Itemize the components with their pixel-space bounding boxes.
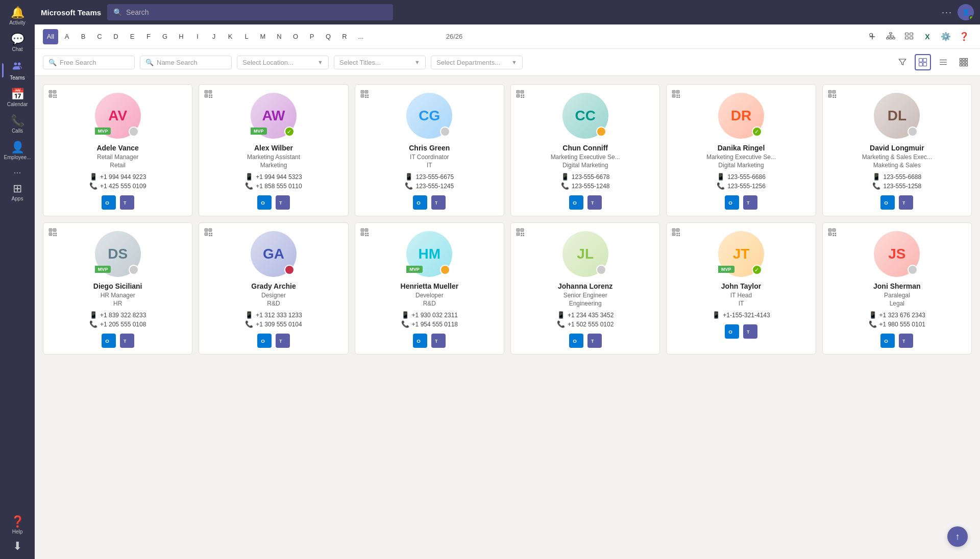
toolbar-excel[interactable]: X [920,29,935,44]
person-card[interactable]: JS Joni Sherman Paralegal Legal 📱 +1 323… [822,222,972,354]
status-indicator: ✓ [752,126,762,137]
alpha-btn-p[interactable]: P [304,29,320,44]
alpha-btn-q[interactable]: Q [321,29,336,44]
person-card[interactable]: HM MVP Henrietta Mueller Developer R&D 📱… [355,222,504,354]
departments-select[interactable]: Select Departments... ▼ [431,56,523,69]
person-card[interactable]: AV MVP Adele Vance Retail Manager Retail… [43,84,192,216]
outlook-button[interactable]: O [257,195,272,210]
sidebar-item-chat[interactable]: 💬 Chat [2,31,33,55]
card-qr-icon[interactable] [672,90,680,99]
alpha-btn-g[interactable]: G [157,29,173,44]
name-search-input[interactable]: 🔍 Name Search [140,56,232,69]
person-card[interactable]: GA Grady Archie Designer R&D 📱 +1 312 33… [199,222,348,354]
card-qr-icon[interactable] [204,228,212,238]
person-card[interactable]: CC Chun Conniff Marketing Executive Se..… [510,84,660,216]
help-icon: ❓ [11,516,24,527]
alpha-btn-b[interactable]: B [76,29,91,44]
person-card[interactable]: DR ✓ Danika Ringel Marketing Executive S… [666,84,816,216]
sidebar-item-help[interactable]: ❓ Help [2,513,33,538]
card-qr-icon[interactable] [516,228,524,238]
toolbar-add-person[interactable] [865,29,880,44]
teams-button[interactable]: T [120,334,134,348]
sidebar-item-calendar[interactable]: 📅 Calendar [2,86,33,110]
teams-button[interactable]: T [899,334,913,348]
card-qr-icon[interactable] [48,90,57,99]
alpha-btn-j[interactable]: J [206,29,222,44]
search-input[interactable] [126,8,387,16]
view-card-icon[interactable] [915,54,931,70]
person-card[interactable]: JT MVP ✓ John Taylor IT Head IT 📱 +1-155… [666,222,816,354]
outlook-button[interactable]: O [102,334,116,348]
view-grid-icon[interactable] [955,54,972,70]
outlook-button[interactable]: O [569,195,583,210]
outlook-button[interactable]: O [102,195,116,210]
sidebar-item-calls[interactable]: 📞 Calls [2,112,33,137]
sidebar-download[interactable]: ⬇ [2,538,33,555]
card-qr-icon[interactable] [360,228,369,238]
teams-button[interactable]: T [120,195,134,210]
card-qr-icon[interactable] [204,90,212,99]
alpha-btn-a[interactable]: A [59,29,75,44]
person-card[interactable]: CG Chris Green IT Coordinator IT 📱 123-5… [355,84,504,216]
card-qr-icon[interactable] [48,228,57,238]
location-select[interactable]: Select Location... ▼ [237,56,329,69]
teams-button[interactable]: T [276,334,290,348]
alpha-btn-all[interactable]: All [43,29,58,44]
person-card[interactable]: DL David Longmuir Marketing & Sales Exec… [822,84,972,216]
outlook-button[interactable]: O [725,324,739,339]
alpha-btn-r[interactable]: R [337,29,352,44]
outlook-button[interactable]: O [725,195,739,210]
teams-button[interactable]: T [743,195,757,210]
teams-button[interactable]: T [431,334,446,348]
outlook-button[interactable]: O [569,334,583,348]
card-qr-icon[interactable] [828,90,836,99]
sidebar-item-activity[interactable]: 🔔 Activity [2,4,33,29]
alpha-btn-c[interactable]: C [92,29,107,44]
topbar-more-button[interactable]: ··· [942,7,952,18]
outlook-button[interactable]: O [880,334,895,348]
user-avatar[interactable]: 👤 [958,4,974,20]
alpha-btn-d[interactable]: D [108,29,124,44]
alpha-btn-f[interactable]: F [141,29,156,44]
person-card[interactable]: DS MVP Diego Siciliani HR Manager HR 📱 +… [43,222,192,354]
teams-button[interactable]: T [587,334,602,348]
sidebar-item-employee[interactable]: 👤 Employee... [2,139,33,163]
person-card[interactable]: AW MVP ✓ Alex Wilber Marketing Assistant… [199,84,348,216]
view-list-icon[interactable] [935,54,951,70]
outlook-button[interactable]: O [413,195,427,210]
teams-button[interactable]: T [743,324,757,339]
alpha-btn-...[interactable]: ... [353,29,369,44]
alpha-btn-n[interactable]: N [272,29,287,44]
toolbar-settings[interactable]: ⚙️ [938,29,953,44]
teams-button[interactable]: T [276,195,290,210]
alpha-btn-e[interactable]: E [125,29,140,44]
filter-funnel-icon[interactable] [894,54,911,70]
sidebar-item-teams[interactable]: Teams [2,57,33,84]
sidebar-more-dots[interactable]: ··· [13,167,21,178]
toolbar-org-chart[interactable] [883,29,898,44]
sidebar-item-apps[interactable]: ⊞ Apps [2,180,33,205]
search-bar[interactable]: 🔍 [107,4,393,20]
outlook-button[interactable]: O [880,195,895,210]
outlook-button[interactable]: O [257,334,272,348]
teams-button[interactable]: T [587,195,602,210]
alpha-btn-o[interactable]: O [288,29,303,44]
card-qr-icon[interactable] [672,228,680,238]
alpha-btn-l[interactable]: L [239,29,254,44]
toolbar-view-switch[interactable] [901,29,917,44]
card-qr-icon[interactable] [516,90,524,99]
scroll-top-button[interactable]: ↑ [947,526,968,547]
toolbar-help[interactable]: ❓ [957,29,972,44]
alpha-btn-m[interactable]: M [255,29,271,44]
teams-button[interactable]: T [431,195,446,210]
titles-select[interactable]: Select Titles... ▼ [334,56,426,69]
person-card[interactable]: JL Johanna Lorenz Senior Engineer Engine… [510,222,660,354]
alpha-btn-h[interactable]: H [174,29,189,44]
outlook-button[interactable]: O [413,334,427,348]
card-qr-icon[interactable] [360,90,369,99]
teams-button[interactable]: T [899,195,913,210]
card-qr-icon[interactable] [828,228,836,238]
alpha-btn-k[interactable]: K [223,29,238,44]
alpha-btn-i[interactable]: I [190,29,205,44]
free-search-input[interactable]: 🔍 Free Search [43,56,135,69]
